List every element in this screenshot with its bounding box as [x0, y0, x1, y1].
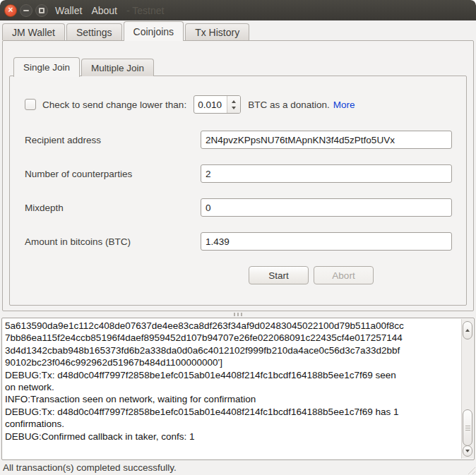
main-tab-bar: JM Wallet Settings Coinjoins Tx History: [0, 20, 476, 40]
tab-tx-history[interactable]: Tx History: [185, 23, 249, 40]
log-line: DEBUG:Confirmed callback in taker, confs…: [5, 431, 458, 443]
donation-suffix-label: BTC as a donation.: [248, 100, 330, 110]
more-link[interactable]: More: [333, 100, 355, 110]
log-output[interactable]: 5a613590da9e1c112c408de07637de4ee83ca8df…: [1, 318, 475, 460]
status-bar: All transaction(s) completed successfull…: [0, 460, 476, 475]
amount-row: Amount in bitcoins (BTC): [25, 232, 452, 251]
minimize-icon: [23, 10, 29, 11]
app-window: × Wallet About - Testnet JM Wallet Setti…: [0, 0, 476, 475]
donation-checkbox[interactable]: [25, 99, 36, 110]
menu-about[interactable]: About: [91, 5, 117, 16]
donation-amount-spinbox[interactable]: [194, 95, 241, 114]
log-text: 5a613590da9e1c112c408de07637de4ee83ca8df…: [5, 320, 458, 458]
log-line: DEBUG:Tx: d48d0c04ff7997f2858be1efc015ab…: [5, 406, 458, 418]
menubar: Wallet About - Testnet: [55, 5, 164, 16]
scroll-up-button[interactable]: [463, 321, 472, 339]
window-title: - Testnet: [126, 5, 164, 16]
tab-multiple-join[interactable]: Multiple Join: [81, 59, 154, 76]
single-join-pane: Check to send change lower than: BTC as …: [9, 76, 467, 306]
spinbox-steppers[interactable]: [227, 96, 240, 113]
log-line: 90102bc23f046c992962d51967b484d110000000…: [5, 356, 458, 368]
minimize-button[interactable]: [20, 4, 32, 17]
tab-jm-wallet[interactable]: JM Wallet: [2, 23, 65, 40]
log-scrollbar[interactable]: [461, 319, 473, 459]
action-buttons: Start Abort: [249, 266, 374, 284]
close-icon: ×: [8, 6, 13, 14]
maximize-icon: [39, 8, 44, 13]
counterparties-row: Number of counterparties: [25, 164, 452, 183]
recipient-row: Recipient address: [25, 131, 452, 149]
counterparties-label: Number of counterparties: [25, 169, 201, 179]
maximize-button[interactable]: [35, 4, 48, 17]
menu-wallet[interactable]: Wallet: [55, 5, 82, 16]
spin-up-icon[interactable]: [232, 100, 236, 103]
log-line: on network.: [5, 381, 458, 393]
scroll-down-button[interactable]: [463, 445, 472, 457]
tab-settings[interactable]: Settings: [66, 23, 122, 40]
splitter-grip-icon: [234, 313, 235, 316]
donation-amount-input[interactable]: [194, 96, 227, 113]
titlebar: × Wallet About - Testnet: [0, 0, 476, 20]
mixdepth-row: Mixdepth: [25, 198, 452, 217]
amount-label: Amount in bitcoins (BTC): [25, 236, 201, 247]
coinjoins-pane: Single Join Multiple Join Check to send …: [2, 40, 474, 311]
tab-single-join[interactable]: Single Join: [13, 57, 80, 77]
recipient-address-label: Recipient address: [25, 135, 201, 145]
scroll-thumb[interactable]: [463, 409, 472, 446]
join-tab-bar: Single Join Multiple Join: [13, 56, 155, 76]
tab-coinjoins[interactable]: Coinjoins: [124, 21, 184, 41]
status-message: All transaction(s) completed successfull…: [3, 462, 177, 473]
log-line: 3d4d1342cbab948b165373fd6b2a338da0d0a6c4…: [5, 344, 458, 356]
close-button[interactable]: ×: [4, 4, 17, 17]
window-controls: ×: [4, 4, 48, 17]
recipient-address-input[interactable]: [201, 131, 452, 149]
splitter-handle[interactable]: [0, 311, 476, 318]
log-line: DEBUG:Tx: d48d0c04ff7997f2858be1efc015ab…: [5, 369, 458, 381]
arrow-up-icon: [465, 329, 470, 332]
counterparties-input[interactable]: [201, 164, 452, 183]
donation-row: Check to send change lower than: BTC as …: [25, 95, 458, 114]
log-line: INFO:Transaction seen on network, waitin…: [5, 393, 458, 405]
abort-button[interactable]: Abort: [314, 266, 374, 284]
mixdepth-label: Mixdepth: [25, 203, 201, 213]
log-line: 7bb86ea115f2e4ccb85196f4daef8959452d107b…: [5, 332, 458, 344]
splitter-grip-icon: [241, 313, 242, 316]
amount-input[interactable]: [201, 232, 452, 251]
mixdepth-input[interactable]: [201, 198, 452, 217]
log-line: 5a613590da9e1c112c408de07637de4ee83ca8df…: [5, 320, 458, 332]
start-button[interactable]: Start: [249, 266, 309, 284]
splitter-grip-icon: [237, 313, 239, 316]
spin-down-icon[interactable]: [232, 107, 236, 109]
log-line: confirmations.: [5, 418, 458, 430]
arrow-down-icon: [465, 450, 470, 452]
donation-checkbox-label: Check to send change lower than:: [42, 100, 186, 110]
resize-grip-icon[interactable]: [466, 465, 475, 474]
